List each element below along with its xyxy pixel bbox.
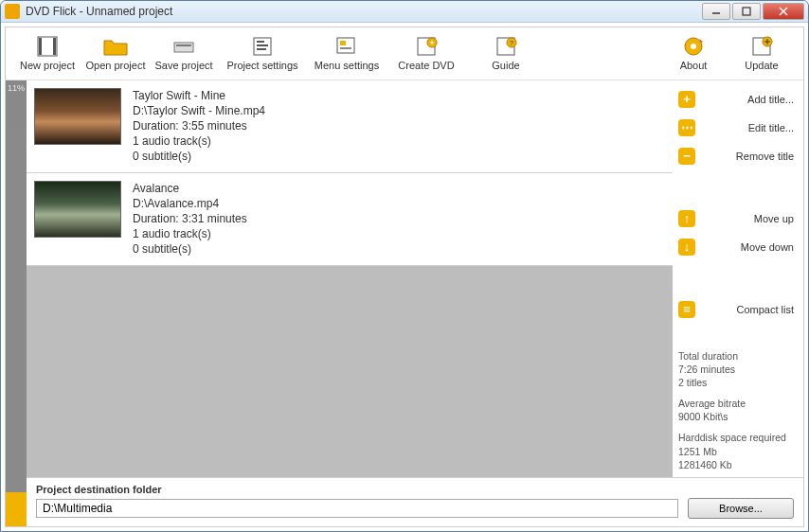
create-dvd-button[interactable]: Create DVD [387,28,466,78]
title-name: Taylor Swift - Mine [133,88,265,103]
open-project-button[interactable]: Open project [81,28,150,78]
move-up-button[interactable]: ↑ Move up [678,207,794,230]
move-down-button[interactable]: ↓ Move down [678,236,794,258]
destination-input[interactable] [36,499,678,518]
guide-icon: ? [493,35,519,58]
total-titles-value: 2 titles [678,376,794,389]
total-duration-value: 7:26 minutes [678,363,794,376]
thumbnail [34,181,121,238]
title-item[interactable]: Taylor Swift - Mine D:\Taylor Swift - Mi… [27,80,673,173]
svg-point-23 [691,44,696,49]
new-project-button[interactable]: New project [13,28,81,78]
svg-point-18 [431,42,434,44]
arrow-up-icon: ↑ [678,210,695,227]
title-name: Avalance [133,181,247,196]
destination-bar: Project destination folder Browse... [27,477,803,526]
dvd-icon [413,35,440,58]
svg-rect-5 [39,38,42,55]
svg-rect-11 [257,44,268,46]
title-path: D:\Avalance.mp4 [133,196,247,211]
update-button[interactable]: Update [728,28,796,78]
guide-button[interactable]: ? Guide [466,28,546,78]
app-icon [5,4,20,19]
update-icon [748,35,775,58]
list-icon: ≡ [678,301,695,318]
main-toolbar: New project Open project Save project Pr… [6,27,803,80]
settings-icon [249,35,276,58]
hdd-value-mb: 1251 Mb [678,445,794,458]
browse-button[interactable]: Browse... [688,498,794,519]
stats-block: Total duration 7:26 minutes 2 titles Ave… [678,342,794,471]
svg-rect-1 [743,8,750,15]
svg-rect-6 [53,38,56,55]
title-item[interactable]: Avalance D:\Avalance.mp4 Duration: 3:31 … [27,173,673,266]
remove-title-button[interactable]: − Remove title [678,145,794,168]
svg-text:?: ? [510,40,513,46]
minimize-button[interactable] [702,3,730,20]
title-subs: 0 subtitle(s) [133,149,265,164]
title-info: Avalance D:\Avalance.mp4 Duration: 3:31 … [133,181,247,257]
svg-rect-15 [340,47,351,49]
hdd-value-kb: 1281460 Kb [678,458,794,471]
arrow-down-icon: ↓ [678,239,695,256]
capacity-bar: 11% [6,80,27,526]
title-list[interactable]: Taylor Swift - Mine D:\Taylor Swift - Mi… [27,80,673,477]
film-icon [34,35,61,58]
window-title: DVD Flick - Unnamed project [26,5,702,18]
edit-title-button[interactable]: ⋯ Edit title... [678,116,794,139]
title-path: D:\Taylor Swift - Mine.mp4 [133,103,265,118]
plus-icon: + [678,91,695,108]
compact-list-button[interactable]: ≡ Compact list [678,298,794,321]
title-duration: Duration: 3:31 minutes [133,211,247,226]
total-duration-label: Total duration [678,349,794,363]
capacity-percent: 11% [6,83,27,93]
save-project-button[interactable]: Save project [150,28,218,78]
client-area: New project Open project Save project Pr… [5,27,804,527]
bitrate-value: 9000 Kbit\s [678,410,794,423]
save-icon [171,35,197,58]
title-info: Taylor Swift - Mine D:\Taylor Swift - Mi… [133,88,265,165]
capacity-marker [6,492,27,526]
menu-settings-button[interactable]: Menu settings [307,28,387,78]
menu-settings-icon [333,35,360,58]
title-subs: 0 subtitle(s) [133,241,247,257]
side-panel: + Add title... ⋯ Edit title... − Remove … [673,80,803,477]
svg-rect-7 [174,43,193,52]
project-settings-button[interactable]: Project settings [218,28,307,78]
thumbnail [34,88,121,145]
titlebar[interactable]: DVD Flick - Unnamed project [1,1,808,23]
folder-open-icon [102,35,129,58]
destination-label: Project destination folder [36,484,794,495]
app-window: DVD Flick - Unnamed project New project … [0,0,809,532]
title-area: Taylor Swift - Mine D:\Taylor Swift - Mi… [27,80,803,477]
title-audio: 1 audio track(s) [133,133,265,149]
about-icon [680,35,707,58]
title-audio: 1 audio track(s) [133,226,247,241]
maximize-button[interactable] [732,3,761,20]
svg-rect-14 [340,41,346,45]
minus-icon: − [678,148,695,165]
hdd-label: Harddisk space required [678,431,794,444]
title-duration: Duration: 3:55 minutes [133,118,265,133]
bitrate-label: Average bitrate [678,397,794,410]
svg-rect-12 [257,48,266,50]
close-button[interactable] [763,3,804,20]
edit-icon: ⋯ [678,119,695,136]
add-title-button[interactable]: + Add title... [678,88,794,111]
body: 11% Taylor Swift - Mine D:\Taylor Swift … [6,80,803,526]
svg-rect-8 [176,44,191,46]
about-button[interactable]: About [659,28,728,78]
svg-rect-10 [257,41,264,43]
